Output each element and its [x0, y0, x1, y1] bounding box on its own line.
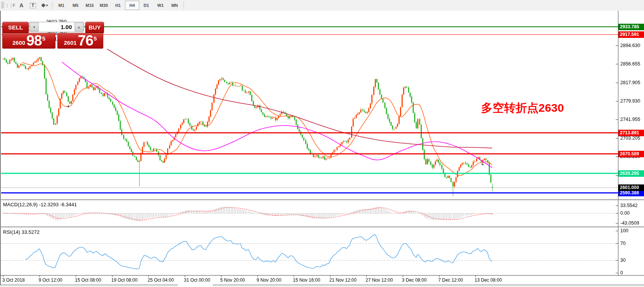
price-tick-label: 2894.630: [620, 43, 640, 48]
chevron-down-icon: ▾: [46, 3, 48, 7]
toolbar-grip-handle[interactable]: [1, 2, 4, 9]
price-axis-border: [618, 11, 618, 276]
axis-tick-mark: [616, 205, 618, 206]
timeframe-button-w1[interactable]: W1: [153, 1, 168, 10]
time-tick-label: 21 Nov 12:00: [329, 277, 356, 283]
axis-tick-mark: [185, 275, 185, 277]
status-bar-pane: [213, 285, 644, 287]
axis-tick-mark: [3, 275, 3, 277]
axis-tick-mark: [475, 275, 476, 277]
timeframe-button-m30[interactable]: M30: [97, 1, 111, 10]
timeframe-button-m5[interactable]: M5: [68, 1, 83, 10]
timeframe-button-group: M1M5M15M30H1H4D1W1MN: [54, 1, 182, 10]
price-tick-label: 2817.905: [620, 80, 640, 85]
axis-tick-mark: [330, 275, 330, 277]
rsi-indicator-label: RSI(14) 33.5272: [3, 229, 39, 235]
text-tool-icon: T: [30, 3, 36, 8]
buy-price-prefix: 2601: [64, 39, 76, 47]
timeframe-button-h4[interactable]: H4: [125, 1, 139, 10]
timeframe-button-m15[interactable]: M15: [83, 1, 97, 10]
time-tick-label: 27 Nov 12:00: [366, 277, 393, 283]
price-level-badge: 2713.891: [618, 130, 644, 136]
axis-tick-mark: [616, 101, 618, 101]
sell-button[interactable]: SELL: [2, 22, 29, 33]
axis-tick-mark: [76, 275, 76, 277]
time-tick-label: 19 Oct 08:00: [111, 277, 138, 283]
buy-price-display[interactable]: 2601 76 5: [57, 33, 103, 49]
axis-tick-mark: [616, 83, 618, 83]
volume-decrease-button[interactable]: ▼: [30, 23, 39, 31]
axis-tick-mark: [616, 175, 618, 176]
chart-window: ▲ SP500-,H4 2602.750 2609.000 2593.750 2…: [0, 11, 644, 287]
shapes-icon: ❖: [41, 2, 46, 8]
text-tool-button[interactable]: T: [27, 1, 39, 10]
sell-price-big-digits: 98: [26, 34, 42, 47]
chart-surface[interactable]: [0, 11, 644, 287]
time-tick-label: 9 Nov 20:00: [257, 277, 281, 283]
buy-price-big-digits: 76: [78, 34, 93, 47]
axis-tick-mark: [439, 275, 439, 277]
sell-price-superscript: 5: [42, 36, 45, 41]
macd-indicator-label: MACD(12,26,9) -12.3293 -6.3441: [3, 202, 77, 207]
axis-tick-mark: [616, 157, 618, 157]
timeframe-button-mn[interactable]: MN: [168, 1, 182, 10]
toolbar-separator: [52, 2, 52, 9]
price-tick-label: 2779.930: [620, 98, 640, 104]
axis-tick-mark: [221, 275, 221, 277]
chart-annotation-text: 多空转折点2630: [481, 100, 564, 116]
time-tick-label: 25 Oct 04:00: [148, 277, 174, 283]
text-label-icon: A: [20, 2, 23, 8]
axis-tick-mark: [616, 260, 618, 261]
axis-tick-mark: [616, 119, 618, 120]
time-tick-label: 7 Dec 12:00: [438, 277, 463, 283]
timeframe-button-h1[interactable]: H1: [111, 1, 125, 10]
price-level-badge: 2917.591: [618, 31, 644, 38]
axis-tick-mark: [294, 275, 294, 277]
volume-increase-button[interactable]: ▲: [75, 23, 83, 31]
time-tick-label: 31 Oct 00:00: [184, 277, 210, 283]
sell-price-prefix: 2600: [13, 39, 25, 47]
macd-panel-separator[interactable]: [0, 199, 644, 200]
timeframe-button-d1[interactable]: D1: [139, 1, 153, 10]
shapes-tool-button[interactable]: ❖ ▾: [39, 1, 50, 10]
price-tick-label: 2856.655: [620, 61, 640, 67]
current-price-badge: 2601.000: [618, 184, 644, 191]
rsi-scale-label: 30: [620, 258, 626, 263]
volume-spinner: ▼ ▲: [29, 22, 84, 32]
buy-button[interactable]: BUY: [85, 22, 104, 33]
macd-scale-label: 0.00: [620, 210, 629, 216]
price-level-badge: 2933.785: [618, 24, 644, 30]
time-tick-label: 3 Dec 08:00: [402, 277, 427, 283]
axis-tick-mark: [616, 243, 618, 244]
axis-tick-mark: [148, 275, 149, 277]
axis-tick-mark: [403, 275, 403, 277]
toolbar-separator: [184, 2, 184, 9]
timeframe-button-m1[interactable]: M1: [54, 1, 68, 10]
fibonacci-icon: ⋮⋮F: [5, 3, 15, 8]
time-axis-border: [0, 275, 644, 276]
fibonacci-tool-button[interactable]: ⋮⋮F: [4, 1, 16, 10]
axis-tick-mark: [616, 138, 618, 139]
rsi-scale-label: 100: [620, 228, 628, 233]
axis-tick-mark: [616, 231, 618, 231]
axis-tick-mark: [616, 223, 618, 223]
rsi-panel-separator[interactable]: [0, 227, 644, 227]
time-tick-label: 3 Oct 2018: [2, 277, 25, 283]
buy-price-superscript: 5: [94, 36, 97, 41]
axis-tick-mark: [366, 275, 367, 277]
time-tick-label: 13 Dec 08:00: [475, 277, 502, 283]
volume-input[interactable]: [39, 22, 74, 32]
axis-tick-mark: [257, 275, 258, 277]
time-tick-label: 15 Oct 08:00: [75, 277, 101, 283]
top-toolbar: ⋮⋮F A T ❖ ▾ M1M5M15M30H1H4D1W1MN: [0, 0, 644, 11]
macd-scale-label: -43.0509: [620, 220, 639, 226]
time-tick-label: 9 Oct 12:00: [39, 277, 62, 283]
axis-tick-mark: [616, 213, 618, 214]
sell-price-display[interactable]: 2600 98 5: [2, 33, 55, 49]
price-level-badge: 2630.295: [618, 170, 644, 177]
text-label-tool-button[interactable]: A: [16, 1, 27, 10]
one-click-trade-panel: SELL ▼ ▲ BUY 2600 98 5 2601 76 5: [2, 22, 103, 49]
axis-tick-mark: [112, 275, 112, 277]
status-bar-pane: [0, 285, 178, 287]
axis-tick-mark: [616, 273, 618, 273]
